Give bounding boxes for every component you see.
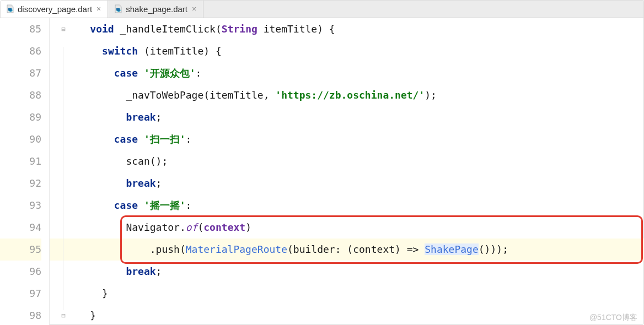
line-number: 88	[0, 84, 41, 106]
fold-toggle-icon[interactable]: ⊟	[60, 305, 67, 325]
code-line[interactable]: break;	[66, 261, 644, 283]
tab-label: shake_page.dart	[126, 4, 187, 14]
code-line[interactable]: }	[66, 305, 644, 325]
code-line[interactable]: switch (itemTitle) {	[66, 40, 644, 62]
code-editor[interactable]: 8586878889909192939495969798 void _handl…	[0, 18, 644, 325]
line-number: 95	[0, 239, 41, 261]
line-number: 98	[0, 305, 41, 325]
line-number-gutter: 8586878889909192939495969798	[0, 18, 50, 325]
line-number: 94	[0, 216, 41, 239]
dart-file-icon	[6, 4, 14, 13]
dart-file-icon	[114, 4, 122, 13]
line-number: 91	[0, 150, 41, 172]
line-number: 92	[0, 172, 41, 194]
code-line[interactable]: break;	[66, 106, 644, 128]
tab-bar: discovery_page.dart × shake_page.dart ×	[0, 0, 644, 18]
close-icon[interactable]: ×	[191, 4, 197, 13]
line-number: 93	[0, 194, 41, 216]
code-line[interactable]: case '扫一扫':	[66, 128, 644, 150]
code-line[interactable]: case '开源众包':	[66, 62, 644, 84]
line-number: 90	[0, 128, 41, 150]
line-number: 89	[0, 106, 41, 128]
code-line[interactable]: }	[66, 283, 644, 305]
code-line[interactable]: break;	[66, 172, 644, 194]
code-line[interactable]: void _handleItemClick(String itemTitle) …	[66, 18, 644, 40]
code-line[interactable]: _navToWebPage(itemTitle, 'https://zb.osc…	[66, 84, 644, 106]
tab-label: discovery_page.dart	[18, 4, 92, 14]
code-line[interactable]: Navigator.of(context)	[66, 216, 644, 239]
line-number: 85	[0, 18, 41, 40]
close-icon[interactable]: ×	[95, 4, 102, 13]
line-number: 97	[0, 283, 41, 305]
code-content[interactable]: void _handleItemClick(String itemTitle) …	[50, 18, 644, 325]
line-number: 87	[0, 62, 41, 84]
line-number: 96	[0, 261, 41, 283]
fold-toggle-icon[interactable]: ⊟	[60, 18, 67, 40]
tab-shake-page[interactable]: shake_page.dart ×	[108, 0, 203, 18]
code-line[interactable]: case '摇一摇':	[66, 194, 644, 216]
tab-discovery-page[interactable]: discovery_page.dart ×	[0, 0, 108, 18]
code-line[interactable]: .push(MaterialPageRoute(builder: (contex…	[50, 239, 644, 261]
code-line[interactable]: scan();	[66, 150, 644, 172]
line-number: 86	[0, 40, 41, 62]
